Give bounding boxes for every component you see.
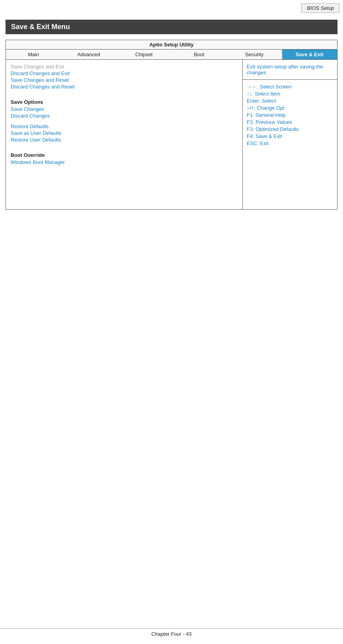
menu-item-save-changes[interactable]: Save Changes	[11, 106, 238, 112]
help-text: Exit system setup after saving the chang…	[243, 60, 337, 80]
bios-table: Aptio Setup Utility MainAdvancedChipsetB…	[6, 40, 337, 210]
shortcut-line: ↑↓: Select Item	[247, 91, 333, 97]
shortcut-line: ESC: Exit	[247, 140, 333, 146]
menu-spacer	[11, 90, 238, 94]
menu-section-label: Save Options	[11, 99, 238, 105]
aptio-header: Aptio Setup Utility	[6, 40, 337, 50]
right-column: Exit system setup after saving the chang…	[243, 60, 337, 209]
shortcut-line: F2: Previous Values	[247, 119, 333, 125]
shortcut-line: F4: Save & Exit	[247, 133, 333, 139]
menu-item-save-as-user-defaults[interactable]: Save as User Defaults	[11, 130, 238, 136]
menu-item-windows-boot-manager[interactable]: Windows Boot Manager	[11, 159, 238, 165]
shortcut-line: Enter: Select	[247, 98, 333, 104]
footer-text: Chapter Four - 43	[0, 628, 343, 637]
menu-spacer	[11, 144, 238, 147]
menu-spacer	[11, 120, 238, 123]
nav-item-main[interactable]: Main	[6, 50, 61, 59]
section-heading: Save & Exit Menu	[6, 20, 337, 34]
menu-item-discard-changes[interactable]: Discard Changes	[11, 113, 238, 119]
bios-setup-tab: BIOS Setup	[301, 3, 340, 13]
shortcuts-box: →←: Select Screen↑↓: Select ItemEnter: S…	[243, 80, 337, 209]
menu-section-label: Boot Override	[11, 152, 238, 158]
content-area: Save Changes and ExitDiscard Changes and…	[6, 60, 337, 209]
menu-item-disabled: Save Changes and Exit	[11, 64, 238, 70]
nav-item-chipset[interactable]: Chipset	[116, 50, 172, 59]
menu-item-discard-changes-and-reset[interactable]: Discard Changes and Reset	[11, 84, 238, 90]
menu-item-discard-changes-and-exit[interactable]: Discard Changes and Exit	[11, 70, 238, 76]
nav-row: MainAdvancedChipsetBootSecuritySave & Ex…	[6, 50, 337, 60]
shortcut-line: F1: General Help	[247, 112, 333, 118]
nav-item-advanced[interactable]: Advanced	[61, 50, 117, 59]
nav-item-save---exit[interactable]: Save & Exit	[282, 50, 337, 59]
menu-item-restore-user-defaults[interactable]: Restore User Defaults	[11, 137, 238, 143]
shortcut-line: –/+: Change Opt.	[247, 105, 333, 111]
menu-item-save-changes-and-reset[interactable]: Save Changes and Reset	[11, 77, 238, 83]
nav-item-security[interactable]: Security	[227, 50, 282, 59]
shortcut-line: F3: Optimized Defaults	[247, 126, 333, 132]
left-column: Save Changes and ExitDiscard Changes and…	[6, 60, 243, 209]
nav-item-boot[interactable]: Boot	[172, 50, 227, 59]
menu-item-restore-defaults[interactable]: Restore Defaults	[11, 123, 238, 129]
shortcut-line: →←: Select Screen	[247, 84, 333, 90]
